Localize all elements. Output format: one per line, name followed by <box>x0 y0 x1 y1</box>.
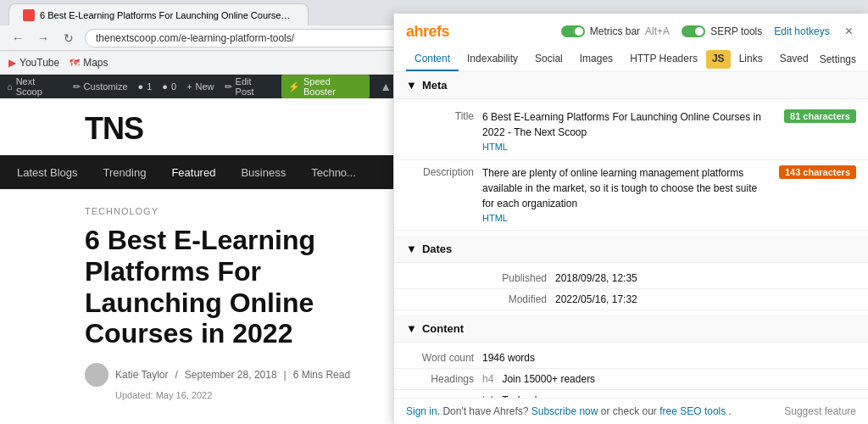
wp-comments[interactable]: ● 1 <box>138 81 153 92</box>
free-seo-link[interactable]: free SEO tools <box>659 405 726 417</box>
avatar <box>85 363 108 387</box>
metrics-bar-toggle-group[interactable]: Metrics bar Alt+A <box>561 25 670 37</box>
page-content: ⌂ Next Scoop ✏ Customize ● 1 ● 0 + New ✏… <box>0 75 398 424</box>
serp-tools-label: SERP tools <box>710 25 762 37</box>
wp-shield[interactable]: ▲ <box>380 80 392 93</box>
tab-links[interactable]: Links <box>731 47 771 71</box>
tab-saved[interactable]: Saved <box>771 47 817 71</box>
bookmark-maps[interactable]: 🗺 Maps <box>70 57 108 69</box>
modified-value: 2022/05/16, 17:32 <box>555 293 637 305</box>
description-value: There are plenty of online learning mana… <box>482 165 771 226</box>
article-title: 6 Best E-Learning Platforms For Launchin… <box>85 225 381 349</box>
nav-latest-blogs[interactable]: Latest Blogs <box>17 166 78 179</box>
or-check-text: or check our <box>601 405 657 417</box>
word-count-value: 1946 words <box>482 352 535 364</box>
article-area: TECHNOLOGY 6 Best E-Learning Platforms F… <box>0 189 398 400</box>
tab-js[interactable]: JS <box>706 50 731 69</box>
youtube-icon: ▶ <box>8 57 16 69</box>
content-section-label: Content <box>422 322 464 335</box>
title-text: 6 Best E-Learning Platforms For Launchin… <box>482 109 776 140</box>
bookmark-youtube[interactable]: ▶ YouTube <box>8 57 59 69</box>
content-section-header[interactable]: ▼ Content <box>394 315 868 343</box>
word-count-label: Word count <box>406 352 474 364</box>
url-text: thenextscoop.com/e-learning-platform-too… <box>96 32 294 44</box>
ahrefs-panel: ahrefs Metrics bar Alt+A SERP tools Edit… <box>393 14 868 424</box>
wp-plus-icon: + <box>186 81 192 92</box>
tab-favicon <box>23 9 35 21</box>
ahrefs-logo: ahrefs <box>406 23 449 41</box>
tab-http-headers[interactable]: HTTP Headers <box>621 47 706 71</box>
dates-section-header[interactable]: ▼ Dates <box>394 236 868 263</box>
wp-circle-icon: ● <box>138 81 144 92</box>
serp-tools-toggle-group[interactable]: SERP tools <box>682 25 762 37</box>
meta-separator2: | <box>284 369 287 381</box>
tab-social[interactable]: Social <box>526 47 571 71</box>
meta-title-row: Title 6 Best E-Learning Platforms For La… <box>394 104 868 160</box>
tab-content[interactable]: Content <box>406 47 459 71</box>
title-html-link[interactable]: HTML <box>482 140 776 154</box>
wp-bubble-icon: ● <box>162 81 168 92</box>
ahrefs-tabs: Content Indexability Social Images HTTP … <box>406 47 856 71</box>
wp-customize-icon: ✏ <box>73 81 81 92</box>
nav-business[interactable]: Business <box>241 166 286 179</box>
description-label: Description <box>406 165 474 178</box>
word-count-row: Word count 1946 words <box>394 348 868 369</box>
nav-featured[interactable]: Featured <box>171 166 215 179</box>
published-row: Published 2018/09/28, 12:35 <box>394 268 868 289</box>
wp-admin-bar: ⌂ Next Scoop ✏ Customize ● 1 ● 0 + New ✏… <box>0 75 398 98</box>
dates-collapse-icon: ▼ <box>406 243 417 255</box>
meta-section-header[interactable]: ▼ Meta <box>394 72 868 99</box>
wp-speed-booster[interactable]: ⚡ Speed Booster <box>281 75 370 98</box>
panel-close-button[interactable]: × <box>842 22 856 41</box>
content-collapse-icon: ▼ <box>406 322 417 335</box>
headings-row1: Headings h4 Join 15000+ readers <box>394 369 868 390</box>
footer-period: . <box>729 405 732 417</box>
sign-in-link[interactable]: Sign in. <box>406 405 440 417</box>
nav-trending[interactable]: Trending <box>103 166 147 179</box>
dates-section-content: Published 2018/09/28, 12:35 Modified 202… <box>394 263 868 315</box>
dates-section-label: Dates <box>422 243 452 255</box>
back-button[interactable]: ← <box>8 29 27 47</box>
title-char-badge: 81 characters <box>784 109 856 123</box>
suggest-feature-button[interactable]: Suggest feature <box>784 405 856 417</box>
read-time: 6 Mins Read <box>293 369 350 381</box>
settings-button[interactable]: Settings <box>820 53 856 65</box>
nav-techno[interactable]: Techno... <box>311 166 356 179</box>
bookmark-youtube-label: YouTube <box>19 57 59 69</box>
meta-section-label: Meta <box>422 79 448 92</box>
bookmark-maps-label: Maps <box>83 57 108 69</box>
description-char-badge: 143 characters <box>779 165 856 179</box>
description-html-link[interactable]: HTML <box>482 211 771 226</box>
serp-tools-toggle[interactable] <box>682 25 705 37</box>
meta-section-content: Title 6 Best E-Learning Platforms For La… <box>394 99 868 236</box>
ahrefs-header: ahrefs Metrics bar Alt+A SERP tools Edit… <box>394 14 868 72</box>
subscribe-link[interactable]: Subscribe now <box>531 405 598 417</box>
meta-separator1: / <box>175 369 177 381</box>
edit-hotkeys-link[interactable]: Edit hotkeys <box>774 25 829 37</box>
meta-description-row: Description There are plenty of online l… <box>394 160 868 232</box>
metrics-bar-toggle[interactable] <box>561 25 585 37</box>
headings-row2: h4 Technology <box>394 390 868 398</box>
tab-indexability[interactable]: Indexability <box>459 47 526 71</box>
wp-messages[interactable]: ● 0 <box>162 81 176 92</box>
article-category: TECHNOLOGY <box>85 206 381 216</box>
wp-customize[interactable]: ✏ Customize <box>73 81 128 92</box>
forward-button[interactable]: → <box>34 29 53 47</box>
refresh-button[interactable]: ↻ <box>59 29 78 47</box>
wp-new[interactable]: + New <box>186 81 214 92</box>
wp-edit-icon: ✏ <box>225 81 232 92</box>
updated-date: Updated: May 16, 2022 <box>85 387 381 400</box>
tab-images[interactable]: Images <box>571 47 621 71</box>
title-label: Title <box>406 109 474 122</box>
wp-next-scoop[interactable]: ⌂ Next Scoop <box>7 76 63 97</box>
article-meta: Katie Taylor / September 28, 2018 | 6 Mi… <box>85 363 381 387</box>
heading1-text: Join 15000+ readers <box>502 373 595 385</box>
content-section-content: Word count 1946 words Headings h4 Join 1… <box>394 343 868 398</box>
maps-icon: 🗺 <box>70 57 80 69</box>
wp-edit-post[interactable]: ✏ Edit Post <box>225 76 271 97</box>
site-logo[interactable]: TNS <box>0 98 398 155</box>
heading1-tag: h4 <box>482 373 493 385</box>
metrics-bar-shortcut: Alt+A <box>645 25 670 37</box>
browser-tab[interactable]: 6 Best E-Learning Platforms For Launchin… <box>8 3 309 25</box>
published-value: 2018/09/28, 12:35 <box>555 272 637 284</box>
